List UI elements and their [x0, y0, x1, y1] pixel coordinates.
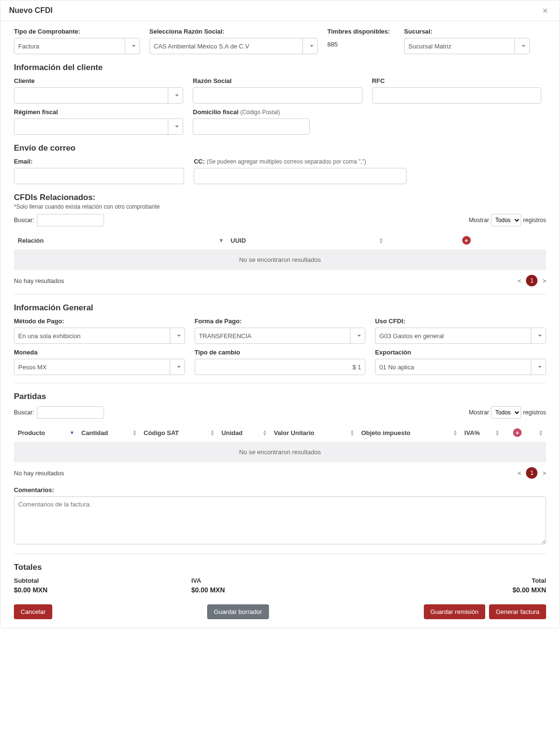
comentarios-textarea[interactable] — [14, 496, 546, 544]
domicilio-label: Domicilio fiscal (Código Postal) — [193, 108, 310, 116]
partidas-table: Producto▼ Cantidad▲▼ Código SAT▲▼ Unidad… — [14, 424, 546, 462]
pager-next[interactable]: > — [542, 470, 546, 477]
sort-icon: ▲▼ — [379, 237, 384, 244]
pager-prev[interactable]: < — [518, 470, 522, 477]
pager-page[interactable]: 1 — [526, 275, 537, 286]
uso-cfdi-select[interactable]: G03 Gastos en general — [375, 328, 546, 344]
relacionados-search-input[interactable] — [37, 214, 104, 226]
moneda-label: Moneda — [14, 349, 185, 356]
col-producto[interactable]: Producto▼ — [14, 424, 78, 442]
total-value: $0.00 MXN — [369, 586, 546, 594]
metodo-pago-label: Método de Pago: — [14, 318, 185, 325]
moneda-select[interactable]: Pesos MX — [14, 359, 185, 375]
cancelar-button[interactable]: Cancelar — [14, 604, 52, 619]
chevron-down-icon — [538, 335, 542, 337]
tipo-comprobante-label: Tipo de Comprobante: — [14, 28, 140, 35]
razon-social-input[interactable] — [193, 87, 362, 104]
sort-icon: ▲▼ — [538, 429, 543, 436]
partidas-empty: No se encontraron resultados — [14, 442, 546, 462]
generar-factura-button[interactable]: Generar factura — [489, 604, 546, 619]
partidas-registros-label: registros — [523, 409, 546, 416]
chevron-down-icon — [310, 45, 314, 47]
chevron-down-icon — [538, 366, 542, 368]
sort-icon: ▲▼ — [132, 429, 137, 436]
pager-prev[interactable]: < — [518, 277, 522, 284]
partidas-mostrar-label: Mostrar — [469, 409, 489, 416]
sucursal-label: Sucursal: — [404, 28, 530, 35]
regimen-label: Régimen fiscal — [14, 108, 183, 116]
pager-page[interactable]: 1 — [526, 467, 537, 479]
iva-label: IVA — [191, 577, 369, 584]
section-general: Información General — [14, 303, 546, 313]
relacionados-empty: No se encontraron resultados — [14, 249, 546, 270]
sucursal-select[interactable]: Sucursal Matriz — [404, 38, 530, 54]
forma-pago-label: Forma de Pago: — [195, 318, 366, 325]
comentarios-label: Comentarios: — [14, 486, 546, 494]
sort-desc-icon: ▼ — [70, 430, 75, 436]
partidas-buscar-label: Buscar: — [14, 409, 34, 416]
cliente-select[interactable] — [14, 87, 183, 104]
section-correo: Envío de correo — [14, 143, 546, 153]
rfc-input[interactable] — [372, 87, 541, 104]
chevron-down-icon — [175, 94, 179, 96]
relacionados-footer: No hay resultados — [14, 277, 64, 284]
buscar-label: Buscar: — [14, 217, 34, 224]
col-valor-unitario[interactable]: Valor Unitario▲▼ — [270, 424, 357, 442]
guardar-remision-button[interactable]: Guardar remisión — [424, 604, 485, 619]
timbres-value: 885 — [327, 38, 395, 48]
col-codigo-sat[interactable]: Código SAT▲▼ — [140, 424, 218, 442]
relacionados-table: Relación ▼ UUID ▲▼ + No se encontraron r… — [14, 231, 546, 270]
email-input[interactable] — [14, 168, 184, 184]
subtotal-value: $0.00 MXN — [14, 586, 191, 594]
modal-header: Nuevo CFDI × — [0, 0, 560, 21]
chevron-down-icon — [357, 335, 361, 337]
section-totales: Totales — [14, 563, 546, 572]
razon-social-select[interactable]: CAS Ambiental México S.A de C.V — [150, 38, 318, 54]
col-cantidad[interactable]: Cantidad▲▼ — [78, 424, 140, 442]
exportacion-select[interactable]: 01 No aplica — [375, 359, 546, 375]
section-cliente: Información del cliente — [14, 63, 546, 72]
cc-label: CC: (Se pudeen agregar multiples correos… — [194, 158, 407, 165]
partidas-mostrar-select[interactable]: Todos — [491, 406, 521, 419]
add-partida-button[interactable]: + — [513, 428, 522, 437]
cliente-label: Cliente — [14, 77, 183, 84]
tipo-cambio-input[interactable] — [195, 359, 366, 375]
subtotal-label: Subtotal — [14, 577, 191, 584]
total-label: Total — [369, 577, 546, 584]
sort-icon: ▲▼ — [210, 429, 215, 436]
pager-next[interactable]: > — [542, 277, 546, 284]
registros-label: registros — [523, 217, 546, 224]
sort-icon: ▲▼ — [350, 429, 354, 436]
timbres-label: Timbres disponibles: — [327, 28, 395, 35]
section-relacionados: CFDIs Relacionados: — [14, 193, 546, 202]
relacionados-mostrar-select[interactable]: Todos — [491, 214, 521, 226]
mostrar-label: Mostrar — [469, 217, 489, 224]
relacionados-note: *Solo llenar cuando exista relación con … — [14, 203, 546, 210]
guardar-borrador-button[interactable]: Guardar borrador — [207, 604, 268, 619]
chevron-down-icon — [132, 45, 136, 47]
metodo-pago-select[interactable]: En una sola exhibicion — [14, 328, 185, 344]
col-objeto-impuesto[interactable]: Objeto impuesto▲▼ — [357, 424, 460, 442]
add-relacion-button[interactable]: + — [462, 236, 471, 245]
rfc-label: RFC — [372, 77, 541, 84]
section-partidas: Partidas — [14, 392, 546, 401]
sort-icon: ▲▼ — [495, 429, 500, 436]
partidas-search-input[interactable] — [37, 406, 104, 419]
cc-input[interactable] — [194, 168, 407, 184]
close-button[interactable]: × — [539, 5, 551, 16]
relacionados-pager: < 1 > — [518, 275, 546, 286]
col-unidad[interactable]: Unidad▲▼ — [218, 424, 270, 442]
col-uuid[interactable]: UUID ▲▼ — [227, 231, 386, 249]
col-relacion[interactable]: Relación ▼ — [14, 231, 227, 249]
modal-nuevo-cfdi: Nuevo CFDI × Tipo de Comprobante: Factur… — [0, 0, 560, 628]
forma-pago-select[interactable]: TRANSFERENCIA — [195, 328, 366, 344]
partidas-pager: < 1 > — [518, 467, 546, 479]
tipo-comprobante-select[interactable]: Factura — [14, 38, 140, 54]
col-iva[interactable]: IVA%▲▼ — [461, 424, 503, 442]
chevron-down-icon — [522, 45, 525, 47]
razon-social-cliente-label: Razón Social — [193, 77, 362, 84]
chevron-down-icon — [175, 126, 179, 128]
uso-cfdi-label: Uso CFDI: — [375, 318, 546, 325]
domicilio-input[interactable] — [193, 118, 310, 135]
regimen-select[interactable] — [14, 118, 183, 135]
